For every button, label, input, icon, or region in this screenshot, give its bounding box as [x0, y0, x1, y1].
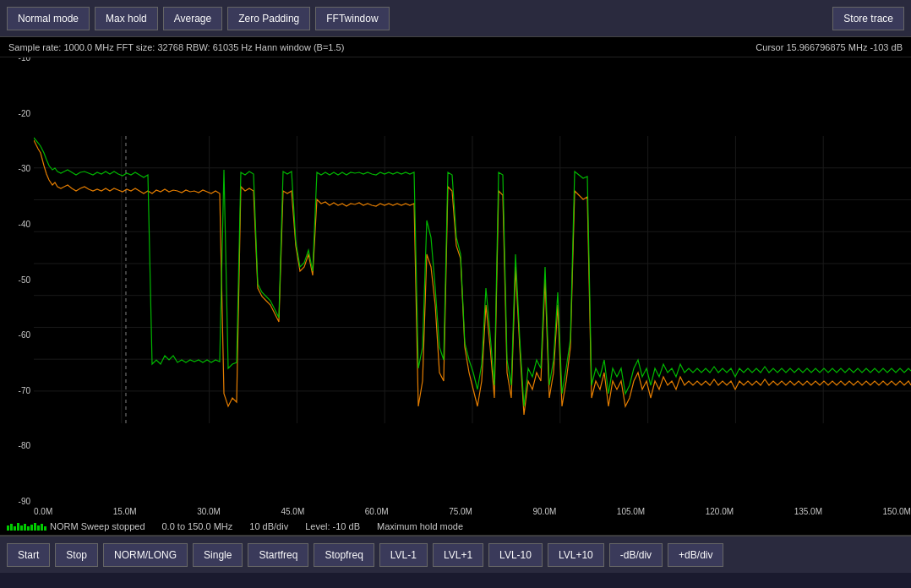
lvl-plus1-button[interactable]: LVL+1: [433, 543, 483, 567]
db-div-plus-button[interactable]: +dB/div: [668, 543, 723, 567]
start-button[interactable]: Start: [7, 543, 50, 567]
mode-text: Maximum hold mode: [377, 521, 463, 531]
zero-padding-button[interactable]: Zero Padding: [227, 7, 310, 30]
chart-info: Sample rate: 1000.0 MHz FFT size: 32768 …: [0, 37, 911, 57]
spectrum-display[interactable]: [34, 57, 911, 502]
x-label-15: 15.0M: [113, 507, 137, 516]
startfreq-button[interactable]: Startfreq: [248, 543, 308, 567]
x-label-75: 75.0M: [449, 507, 472, 516]
db-div-text: 10 dB/div: [249, 521, 288, 531]
lvl-plus10-button[interactable]: LVL+10: [548, 543, 604, 567]
top-toolbar: Normal mode Max hold Average Zero Paddin…: [0, 0, 911, 37]
normal-mode-button[interactable]: Normal mode: [7, 7, 90, 30]
chart-info-right: Cursor 15.966796875 MHz -103 dB: [756, 42, 903, 52]
level-text: Level: -10 dB: [305, 521, 360, 531]
lvl-minus1-button[interactable]: LVL-1: [379, 543, 428, 567]
x-label-120: 120.0M: [706, 507, 734, 516]
stop-button[interactable]: Stop: [55, 543, 98, 567]
bottom-toolbar: Start Stop NORM/LONG Single Startfreq St…: [0, 536, 911, 573]
max-hold-button[interactable]: Max hold: [95, 7, 158, 30]
x-label-60: 60.0M: [365, 507, 389, 516]
sweep-status-text: NORM Sweep stopped: [50, 521, 145, 531]
norm-long-button[interactable]: NORM/LONG: [103, 543, 188, 567]
fftwindow-button[interactable]: FFTwindow: [315, 7, 389, 30]
x-label-135: 135.0M: [794, 507, 822, 516]
x-label-30: 30.0M: [197, 507, 221, 516]
lvl-minus10-button[interactable]: LVL-10: [488, 543, 543, 567]
x-label-0: 0.0M: [34, 507, 52, 516]
green-bars-icon: [7, 523, 46, 531]
chart-container: Sample rate: 1000.0 MHz FFT size: 32768 …: [0, 37, 911, 536]
sweep-indicator: NORM Sweep stopped: [7, 521, 145, 531]
x-label-150: 150.0M: [883, 507, 911, 516]
stopfreq-button[interactable]: Stopfreq: [314, 543, 374, 567]
db-div-minus-button[interactable]: -dB/div: [609, 543, 663, 567]
single-button[interactable]: Single: [193, 543, 243, 567]
x-label-105: 105.0M: [617, 507, 645, 516]
x-label-90: 90.0M: [533, 507, 557, 516]
store-trace-button[interactable]: Store trace: [832, 7, 904, 30]
y-axis: -10 -20 -30 -40 -50 -60 -70 -80 -90: [0, 57, 34, 501]
chart-info-left: Sample rate: 1000.0 MHz FFT size: 32768 …: [8, 42, 756, 52]
x-label-45: 45.0M: [281, 507, 304, 516]
status-bar: NORM Sweep stopped 0.0 to 150.0 MHz 10 d…: [0, 518, 911, 535]
x-axis: 0.0M 15.0M 30.0M 45.0M 60.0M 75.0M 90.0M…: [34, 503, 911, 520]
average-button[interactable]: Average: [163, 7, 222, 30]
freq-range-text: 0.0 to 150.0 MHz: [162, 521, 233, 531]
